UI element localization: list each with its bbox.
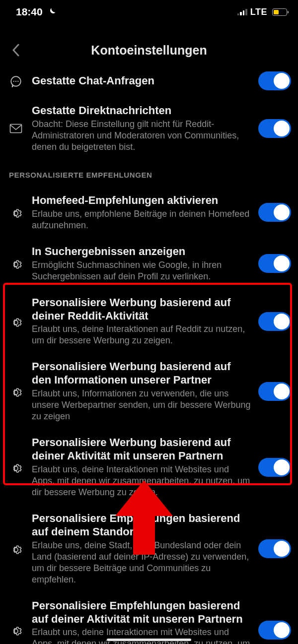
gear-icon: [9, 462, 22, 475]
setting-subtitle: Erlaubt uns, deine Interaktionen mit Web…: [32, 464, 251, 498]
toggle-ads-reddit-activity[interactable]: [258, 312, 291, 331]
setting-title: Gestatte Chat-Anfragen: [32, 74, 251, 88]
toggle-recs-location[interactable]: [258, 539, 291, 558]
svg-rect-4: [10, 124, 22, 132]
nav-header: Kontoeinstellungen: [0, 36, 298, 64]
moon-icon: [47, 7, 57, 17]
toggle-search-results[interactable]: [258, 254, 291, 273]
toggle-homefeed[interactable]: [258, 203, 291, 222]
setting-subtitle: Erlaube uns, deine Stadt, dein Bundeslan…: [32, 540, 251, 585]
toggle-chat-requests[interactable]: [258, 71, 291, 90]
setting-subtitle: Erlaubt uns, deine Interaktionen auf Red…: [32, 323, 251, 346]
setting-row-ads-partner-info: Personalisiere Werbung basierend auf den…: [0, 353, 298, 429]
setting-subtitle: Erlaubt uns, Informationen zu verwenden,…: [32, 388, 251, 422]
gear-icon: [9, 386, 22, 399]
toggle-ads-partner-activity[interactable]: [258, 458, 291, 477]
status-bar: 18:40 LTE: [0, 0, 298, 24]
status-network: LTE: [250, 7, 267, 17]
gear-icon: [9, 258, 22, 271]
chat-bubble-icon: [9, 75, 22, 88]
signal-icon: [237, 8, 247, 15]
section-header-personalized: PERSONALISIERTE EMPFEHLUNGEN: [0, 160, 298, 187]
setting-row-direct-messages: Gestatte Direktnachrichten Obacht: Diese…: [0, 97, 298, 160]
setting-title: Gestatte Direktnachrichten: [32, 104, 251, 118]
setting-title: Personalisiere Empfehlungen basierend au…: [32, 512, 251, 539]
status-time: 18:40: [16, 6, 43, 18]
setting-subtitle: Erlaube uns, empfohlene Beiträge in dein…: [32, 208, 251, 231]
page-title: Kontoeinstellungen: [91, 43, 207, 58]
setting-title: Personalisiere Empfehlungen basierend au…: [32, 599, 251, 626]
back-button[interactable]: [7, 41, 25, 59]
setting-row-ads-partner-activity: Personalisiere Werbung basierend auf dei…: [0, 429, 298, 505]
setting-title: Homefeed-Empfehlungen aktivieren: [32, 194, 251, 207]
toggle-ads-partner-info[interactable]: [258, 382, 291, 401]
gear-icon: [9, 625, 22, 638]
setting-title: In Suchergebnissen anzeigen: [32, 245, 251, 258]
setting-title: Personalisiere Werbung basierend auf den…: [32, 360, 251, 387]
svg-point-3: [17, 81, 18, 82]
setting-subtitle: Obacht: Diese Einstellung gilt nicht für…: [32, 119, 251, 153]
setting-subtitle: Erlaubt uns, deine Interaktionen mit Web…: [32, 627, 251, 644]
gear-icon: [9, 543, 22, 556]
setting-title: Personalisiere Werbung basierend auf dei…: [32, 436, 251, 463]
gear-icon: [9, 316, 22, 329]
setting-row-chat-requests: Gestatte Chat-Anfragen: [0, 64, 298, 97]
setting-row-recs-partner-activity: Personalisiere Empfehlungen basierend au…: [0, 592, 298, 644]
toggle-recs-partner-activity[interactable]: [258, 621, 291, 640]
mail-icon: [9, 124, 22, 133]
setting-subtitle: Ermöglicht Suchmaschinen wie Google, in …: [32, 259, 251, 282]
setting-row-recs-location: Personalisiere Empfehlungen basierend au…: [0, 505, 298, 592]
setting-title: Personalisiere Werbung basierend auf dei…: [32, 296, 251, 323]
setting-row-search-results: In Suchergebnissen anzeigen Ermöglicht S…: [0, 238, 298, 289]
svg-point-1: [13, 81, 14, 82]
chevron-left-icon: [12, 44, 20, 57]
home-indicator: [107, 639, 191, 641]
setting-row-ads-reddit-activity: Personalisiere Werbung basierend auf dei…: [0, 289, 298, 354]
toggle-direct-messages[interactable]: [258, 119, 291, 138]
svg-point-2: [15, 81, 16, 82]
battery-icon: [272, 8, 287, 16]
setting-row-homefeed: Homefeed-Empfehlungen aktivieren Erlaube…: [0, 187, 298, 238]
gear-icon: [9, 207, 22, 220]
